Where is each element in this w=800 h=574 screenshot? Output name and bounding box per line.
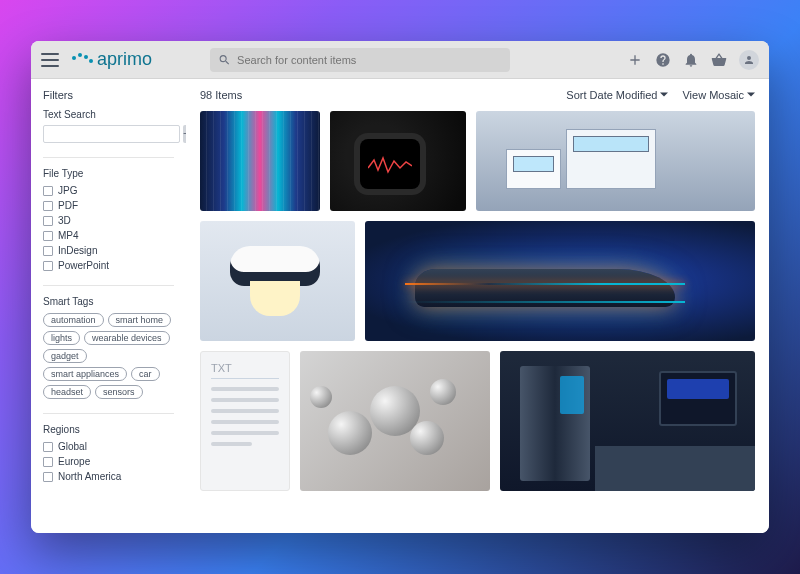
chevron-down-icon [747, 91, 755, 99]
file-type-checkbox[interactable]: JPG [43, 185, 174, 196]
region-checkbox[interactable]: North America [43, 471, 174, 482]
asset-tile-txt[interactable]: TXT [200, 351, 290, 491]
smart-tag[interactable]: lights [43, 331, 80, 345]
chevron-down-icon [660, 91, 668, 99]
asset-tile[interactable] [300, 351, 490, 491]
search-icon [218, 53, 231, 67]
asset-tile[interactable] [200, 221, 355, 341]
menu-icon[interactable] [41, 53, 59, 67]
smart-tag[interactable]: smart home [108, 313, 172, 327]
asset-tile[interactable] [330, 111, 466, 211]
region-checkbox[interactable]: Europe [43, 456, 174, 467]
smart-tag[interactable]: wearable devices [84, 331, 170, 345]
smart-tag[interactable]: car [131, 367, 160, 381]
filters-title: Filters [43, 89, 174, 101]
smart-tag[interactable]: automation [43, 313, 104, 327]
help-icon[interactable] [655, 52, 671, 68]
file-type-label: File Type [43, 168, 174, 179]
search-box[interactable] [210, 48, 510, 72]
sort-dropdown[interactable]: Sort Date Modified [566, 89, 668, 101]
filters-sidebar: Filters Text Search + File Type JPGPDF3D… [31, 79, 186, 533]
item-count: 98 Items [200, 89, 242, 101]
smart-tag[interactable]: smart appliances [43, 367, 127, 381]
brand-logo[interactable]: aprimo [69, 49, 152, 70]
search-input[interactable] [237, 54, 502, 66]
bell-icon[interactable] [683, 52, 699, 68]
user-icon [743, 54, 755, 66]
user-avatar[interactable] [739, 50, 759, 70]
top-right-actions [627, 50, 759, 70]
asset-tile[interactable] [500, 351, 755, 491]
app-window: aprimo Filters Text Search + [31, 41, 769, 533]
file-type-checkbox[interactable]: PDF [43, 200, 174, 211]
regions-label: Regions [43, 424, 174, 435]
region-checkbox[interactable]: Global [43, 441, 174, 452]
file-type-checkbox[interactable]: InDesign [43, 245, 174, 256]
asset-tile[interactable] [476, 111, 755, 211]
smart-tag[interactable]: gadget [43, 349, 87, 363]
smart-tag[interactable]: sensors [95, 385, 143, 399]
file-type-checkbox[interactable]: PowerPoint [43, 260, 174, 271]
add-icon[interactable] [627, 52, 643, 68]
asset-tile[interactable] [200, 111, 320, 211]
asset-grid: TXT [200, 111, 755, 491]
content-area: 98 Items Sort Date Modified View Mosaic [186, 79, 769, 533]
top-bar: aprimo [31, 41, 769, 79]
text-search-input[interactable] [43, 125, 180, 143]
smart-tags-label: Smart Tags [43, 296, 174, 307]
smart-tag[interactable]: headset [43, 385, 91, 399]
basket-icon[interactable] [711, 52, 727, 68]
file-type-checkbox[interactable]: MP4 [43, 230, 174, 241]
brand-name: aprimo [97, 49, 152, 70]
file-type-checkbox[interactable]: 3D [43, 215, 174, 226]
text-search-label: Text Search [43, 109, 174, 120]
view-dropdown[interactable]: View Mosaic [682, 89, 755, 101]
asset-tile[interactable] [365, 221, 755, 341]
